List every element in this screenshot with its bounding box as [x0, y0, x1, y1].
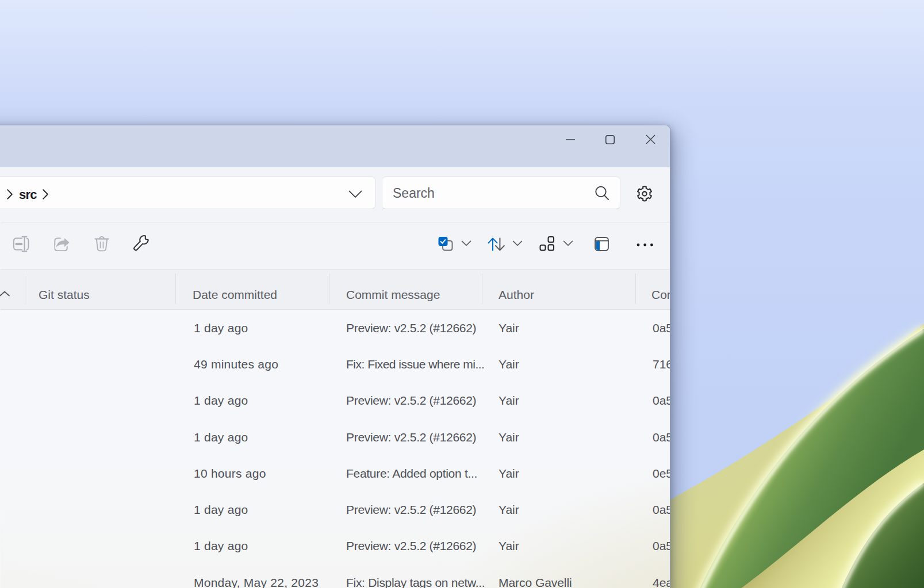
- cell-commit-sha: 0a5: [653, 503, 670, 517]
- wrench-icon[interactable]: [133, 235, 150, 253]
- cell-date-committed: 1 day ago: [194, 394, 248, 408]
- cell-author: Yair: [499, 503, 519, 517]
- column-header-git-status[interactable]: Git status: [39, 288, 90, 302]
- more-icon[interactable]: [635, 241, 655, 248]
- commit-row[interactable]: 10 hours ago Feature: Added option t... …: [1, 455, 670, 491]
- minimize-icon: [566, 135, 575, 144]
- divider: [1, 222, 670, 222]
- column-separator[interactable]: [329, 274, 329, 304]
- cell-commit-message: Fix: Display tags on netw...: [346, 576, 485, 588]
- cell-commit-sha: 0e5: [653, 467, 670, 481]
- minimize-button[interactable]: [557, 130, 584, 149]
- commit-row[interactable]: 1 day ago Preview: v2.5.2 (#12662) Yair …: [1, 383, 670, 419]
- cell-commit-sha: 0a5: [653, 394, 670, 408]
- cell-date-committed: 10 hours ago: [194, 467, 266, 481]
- cell-commit-message: Preview: v2.5.2 (#12662): [346, 431, 476, 444]
- rename-icon[interactable]: [13, 235, 30, 252]
- maximize-button[interactable]: [597, 130, 623, 149]
- window-content: src Search: [1, 125, 670, 588]
- files-window: src Search: [0, 125, 670, 588]
- sort-icon[interactable]: [487, 237, 505, 252]
- column-separator[interactable]: [25, 274, 25, 304]
- cell-date-committed: 1 day ago: [194, 431, 248, 444]
- cell-author: Yair: [499, 358, 519, 371]
- commit-row[interactable]: 1 day ago Preview: v2.5.2 (#12662) Yair …: [1, 310, 670, 346]
- column-separator[interactable]: [482, 274, 482, 304]
- address-bar[interactable]: [0, 176, 375, 209]
- cell-author: Yair: [499, 321, 519, 335]
- search-icon: [594, 185, 610, 201]
- maximize-icon: [605, 135, 615, 144]
- cell-commit-sha: 0a5: [653, 321, 670, 335]
- delete-icon[interactable]: [94, 236, 110, 252]
- column-header-commit-sha[interactable]: Commit SHA: [651, 288, 670, 302]
- cell-commit-sha: 0a5: [653, 539, 670, 553]
- breadcrumb-chevron-icon: [7, 189, 13, 199]
- cell-commit-message: Fix: Fixed issue where mi...: [346, 358, 484, 371]
- cell-date-committed: 1 day ago: [194, 503, 248, 517]
- breadcrumb-chevron-icon[interactable]: [43, 189, 48, 199]
- commit-row[interactable]: 1 day ago Preview: v2.5.2 (#12662) Yair …: [1, 492, 670, 528]
- cell-author: Marco Gavelli: [499, 576, 572, 588]
- cell-commit-sha: 716: [653, 358, 670, 371]
- chevron-down-icon[interactable]: [563, 240, 573, 247]
- details-pane-icon[interactable]: [595, 237, 609, 251]
- file-list: 1 day ago Preview: v2.5.2 (#12662) Yair …: [1, 310, 670, 588]
- commit-row[interactable]: 1 day ago Preview: v2.5.2 (#12662) Yair …: [1, 419, 670, 455]
- chevron-down-icon[interactable]: [512, 240, 523, 247]
- cell-commit-message: Preview: v2.5.2 (#12662): [346, 394, 476, 408]
- cell-date-committed: 49 minutes ago: [194, 358, 278, 371]
- commit-row[interactable]: 1 day ago Preview: v2.5.2 (#12662) Yair …: [1, 528, 670, 564]
- cell-commit-sha: 0a5: [653, 431, 670, 444]
- cell-commit-sha: 4ea: [653, 576, 670, 588]
- chevron-down-icon[interactable]: [461, 240, 471, 247]
- cell-date-committed: 1 day ago: [194, 539, 248, 553]
- commit-row[interactable]: Monday, May 22, 2023 Fix: Display tags o…: [1, 564, 670, 588]
- close-button[interactable]: [637, 130, 664, 149]
- cell-date-committed: 1 day ago: [194, 321, 248, 335]
- cell-commit-message: Preview: v2.5.2 (#12662): [346, 539, 476, 553]
- divider: [1, 269, 670, 270]
- sort-ascending-icon: [0, 291, 10, 297]
- cell-commit-message: Feature: Added option t...: [346, 467, 477, 481]
- cell-commit-message: Preview: v2.5.2 (#12662): [346, 503, 476, 517]
- cell-author: Yair: [499, 394, 519, 408]
- column-separator[interactable]: [175, 274, 176, 304]
- address-dropdown-chevron-icon[interactable]: [348, 190, 362, 198]
- desktop: { "window": { "caption_buttons": { "mini…: [0, 0, 924, 588]
- commit-row[interactable]: 49 minutes ago Fix: Fixed issue where mi…: [1, 346, 670, 382]
- settings-gear-icon[interactable]: [636, 185, 653, 202]
- divider: [1, 309, 670, 310]
- cell-author: Yair: [499, 467, 519, 481]
- column-header-date-committed[interactable]: Date committed: [193, 288, 277, 302]
- column-header-commit-message[interactable]: Commit message: [346, 288, 440, 302]
- column-separator[interactable]: [635, 274, 636, 304]
- layout-icon[interactable]: [539, 235, 555, 251]
- share-icon[interactable]: [53, 233, 71, 251]
- cell-author: Yair: [499, 539, 519, 553]
- cell-author: Yair: [499, 431, 519, 444]
- cell-date-committed: Monday, May 22, 2023: [194, 576, 319, 588]
- breadcrumb-crumb[interactable]: src: [19, 187, 37, 202]
- search-placeholder: Search: [393, 186, 435, 201]
- column-header-author[interactable]: Author: [499, 288, 534, 302]
- close-icon: [646, 134, 655, 144]
- multiselect-icon[interactable]: [438, 236, 454, 252]
- cell-commit-message: Preview: v2.5.2 (#12662): [346, 321, 476, 335]
